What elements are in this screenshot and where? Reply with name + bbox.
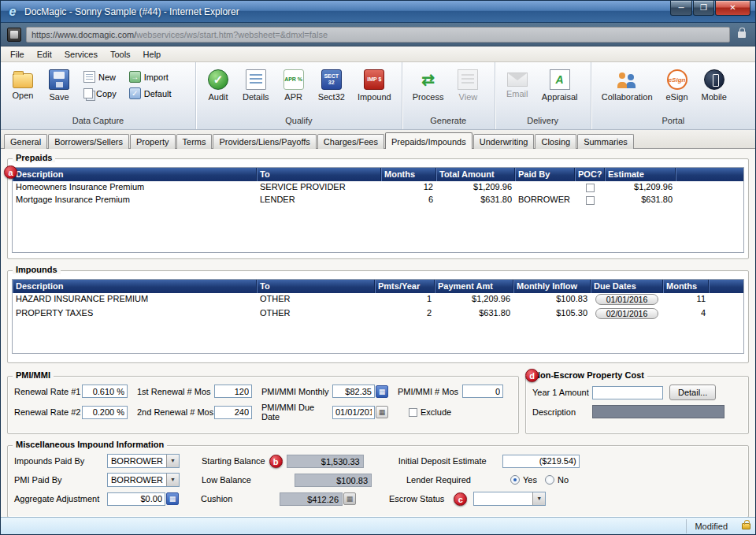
collaboration-button[interactable]: Collaboration xyxy=(596,65,658,106)
details-button[interactable]: Details xyxy=(237,65,275,106)
impounds-grid-header: Description To Pmts/Year Payment Amt Mon… xyxy=(13,280,743,293)
close-button[interactable]: ✕ xyxy=(715,1,750,16)
renewal-rate-1-label: Renewal Rate #1 xyxy=(14,387,82,396)
cell-payment-amt: $1,209.96 xyxy=(435,293,513,307)
menu-tools[interactable]: Tools xyxy=(104,48,137,61)
impound-button[interactable]: IMP $ Impound xyxy=(352,65,397,106)
menu-services[interactable]: Services xyxy=(58,48,104,61)
col-estimate[interactable]: Estimate xyxy=(605,168,676,181)
col-months[interactable]: Months xyxy=(663,280,709,293)
status-bar: Modified xyxy=(1,517,755,534)
poc-checkbox[interactable] xyxy=(586,196,595,205)
maximize-button[interactable]: ❐ xyxy=(693,1,714,16)
misc-impound-groupbox: Miscellaneous Impound Information Impoun… xyxy=(7,445,749,518)
open-button[interactable]: Open xyxy=(6,65,40,104)
cell-to: OTHER xyxy=(257,307,375,321)
col-due-dates[interactable]: Due Dates xyxy=(591,280,663,293)
col-monthly-inflow[interactable]: Monthly Inflow xyxy=(513,280,591,293)
col-paid-by[interactable]: Paid By xyxy=(515,168,575,181)
renewal-rate-2-input[interactable] xyxy=(82,406,128,419)
col-payment-amt[interactable]: Payment Amt xyxy=(435,280,513,293)
col-pmts-year[interactable]: Pmts/Year xyxy=(375,280,435,293)
url-field[interactable]: https://www.docmagic.com/webservices/ws/… xyxy=(26,27,730,43)
tab-borrowers-sellers[interactable]: Borrowers/Sellers xyxy=(48,134,129,149)
impounds-paid-by-combo[interactable]: BORROWER xyxy=(107,454,180,468)
initial-deposit-input[interactable] xyxy=(502,455,580,468)
prepaids-impounds-panel: Prepaids a Description To Months Total A… xyxy=(1,149,755,517)
due-date-button[interactable]: 01/01/2016 xyxy=(595,294,658,305)
pmi-due-date-input[interactable] xyxy=(332,406,375,419)
aggregate-adjustment-input[interactable] xyxy=(107,492,165,506)
misc-impound-title: Miscellaneous Impound Information xyxy=(13,440,167,449)
pmi-mmi-groupbox: PMI/MMI Renewal Rate #1 1st Renewal # Mo… xyxy=(7,376,519,434)
col-to[interactable]: To xyxy=(257,168,381,181)
pmi-due-date-calendar-icon[interactable] xyxy=(376,406,388,418)
appraisal-document-icon xyxy=(550,69,570,90)
pmi-num-mos-input[interactable] xyxy=(462,385,503,398)
copy-button[interactable]: Copy xyxy=(81,87,119,100)
audit-button[interactable]: Audit xyxy=(201,65,235,106)
first-renewal-mos-input[interactable] xyxy=(214,385,252,398)
sect32-button[interactable]: SECT 32 Sect32 xyxy=(313,65,350,106)
pmi-monthly-calculator-icon[interactable] xyxy=(376,385,388,398)
esign-button[interactable]: eSign eSign xyxy=(660,65,695,106)
menu-edit[interactable]: Edit xyxy=(31,48,58,61)
site-favicon xyxy=(7,28,21,42)
menu-help[interactable]: Help xyxy=(137,48,168,61)
impounds-row-2[interactable]: PROPERTY TAXES OTHER 2 $631.80 $105.30 0… xyxy=(13,307,743,321)
poc-checkbox[interactable] xyxy=(586,184,595,192)
col-description[interactable]: Description xyxy=(13,168,257,181)
audit-check-icon xyxy=(208,69,228,90)
prepaids-row-1[interactable]: Homeowners Insurance Premium SERVICE PRO… xyxy=(13,181,743,194)
process-button[interactable]: Process xyxy=(407,65,450,106)
tab-providers-liens-payoffs[interactable]: Providers/Liens/Payoffs xyxy=(213,134,316,149)
starting-balance-field: $1,530.33 xyxy=(287,455,364,468)
aggregate-adjustment-calculator-icon[interactable] xyxy=(166,492,179,505)
tab-general[interactable]: General xyxy=(4,134,47,149)
save-button[interactable]: Save xyxy=(42,65,76,106)
minimize-button[interactable]: ─ xyxy=(670,1,692,16)
appraisal-button[interactable]: Appraisal xyxy=(536,65,584,106)
col-to[interactable]: To xyxy=(257,280,375,293)
menu-file[interactable]: File xyxy=(4,48,31,61)
import-button[interactable]: Import xyxy=(127,70,174,84)
pmi-paid-by-combo[interactable]: BORROWER xyxy=(107,473,180,487)
lender-required-yes-radio[interactable] xyxy=(510,475,520,485)
tab-property[interactable]: Property xyxy=(130,134,176,149)
tab-underwriting[interactable]: Underwriting xyxy=(473,134,535,149)
exclude-checkbox[interactable] xyxy=(409,408,417,417)
tab-summaries[interactable]: Summaries xyxy=(577,134,634,149)
apr-button[interactable]: APR % APR xyxy=(276,65,311,106)
tab-strip: General Borrowers/Sellers Property Terms… xyxy=(1,130,755,149)
cell-total-amount: $1,209.96 xyxy=(436,181,515,194)
renewal-rate-1-input[interactable] xyxy=(82,385,128,398)
save-floppy-icon xyxy=(49,69,69,90)
col-months[interactable]: Months xyxy=(381,168,436,181)
cell-estimate: $1,209.96 xyxy=(605,181,676,194)
mobile-button[interactable]: Mobile xyxy=(696,65,732,106)
tab-prepaids-impounds[interactable]: Prepaids/Impounds xyxy=(385,132,472,149)
col-poc[interactable]: POC? xyxy=(575,168,605,181)
due-date-button[interactable]: 02/01/2016 xyxy=(595,308,658,319)
cell-to: SERVICE PROVIDER xyxy=(257,181,381,194)
new-button[interactable]: New xyxy=(81,70,119,84)
pmi-monthly-input[interactable] xyxy=(332,385,375,398)
default-button[interactable]: Default xyxy=(127,87,174,100)
non-escrow-description-field xyxy=(592,405,724,418)
tab-closing[interactable]: Closing xyxy=(535,134,576,149)
cushion-field: $412.26 xyxy=(280,492,343,506)
cell-poc xyxy=(575,181,605,194)
second-renewal-mos-input[interactable] xyxy=(214,406,252,419)
impounds-row-1[interactable]: HAZARD INSURANCE PREMIUM OTHER 1 $1,209.… xyxy=(13,293,743,307)
detail-button[interactable]: Detail... xyxy=(669,385,716,400)
cell-description: Homeowners Insurance Premium xyxy=(13,181,257,194)
col-description[interactable]: Description xyxy=(13,280,257,293)
col-total-amount[interactable]: Total Amount xyxy=(436,168,515,181)
tab-charges-fees[interactable]: Charges/Fees xyxy=(317,134,384,149)
lender-required-no-radio[interactable] xyxy=(545,475,554,485)
escrow-status-combo[interactable] xyxy=(473,492,546,506)
tab-terms[interactable]: Terms xyxy=(176,134,213,149)
prepaids-row-2[interactable]: Mortgage Insurance Premium LENDER 6 $631… xyxy=(13,194,743,206)
cushion-calculator-icon[interactable] xyxy=(343,492,356,505)
year1-amount-input[interactable] xyxy=(592,386,663,399)
